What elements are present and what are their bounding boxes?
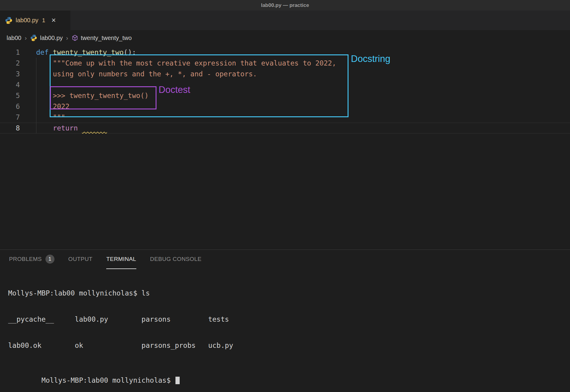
code-text bbox=[20, 79, 36, 90]
breadcrumb-folder[interactable]: lab00 bbox=[7, 35, 21, 41]
terminal-line: lab00.ok ok parsons_probs ucb.py bbox=[8, 341, 570, 350]
code-line-1[interactable]: 1 def twenty_twenty_two(): bbox=[0, 47, 570, 58]
vscode-window: lab00.py — practice lab00.py 1 ✕ lab00 ›… bbox=[0, 0, 570, 392]
breadcrumb: lab00 › lab00.py › twenty_twenty_two bbox=[0, 30, 570, 46]
panel-tab-bar: PROBLEMS 1 OUTPUT TERMINAL DEBUG CONSOLE bbox=[0, 250, 570, 269]
line-number: 1 bbox=[0, 47, 20, 58]
tab-problems[interactable]: PROBLEMS 1 bbox=[9, 250, 54, 269]
tab-terminal-label: TERMINAL bbox=[106, 256, 136, 262]
code-line-2[interactable]: 2 """Come up with the most creative expr… bbox=[0, 58, 570, 69]
breadcrumb-symbol[interactable]: twenty_twenty_two bbox=[81, 35, 132, 41]
line-number: 8 bbox=[0, 123, 20, 133]
terminal-cursor bbox=[175, 377, 180, 384]
line-number: 6 bbox=[0, 101, 20, 112]
code-text: >>> twenty_twenty_two() bbox=[20, 90, 149, 101]
code-text: def twenty_twenty_two(): bbox=[20, 47, 136, 58]
terminal[interactable]: Mollys-MBP:lab00 mollynicholas$ ls __pyc… bbox=[0, 269, 570, 392]
tab-label: lab00.py bbox=[16, 17, 39, 24]
line-number: 3 bbox=[0, 69, 20, 79]
tab-output-label: OUTPUT bbox=[68, 256, 93, 262]
code-line-5[interactable]: 5 >>> twenty_twenty_two() bbox=[0, 90, 570, 101]
code-line-8-current[interactable]: 8 return bbox=[0, 123, 570, 133]
code-line-4[interactable]: 4 bbox=[0, 79, 570, 90]
bottom-panel: PROBLEMS 1 OUTPUT TERMINAL DEBUG CONSOLE… bbox=[0, 250, 570, 392]
line-number: 2 bbox=[0, 58, 20, 69]
problems-count-badge: 1 bbox=[45, 255, 54, 264]
close-tab-icon[interactable]: ✕ bbox=[51, 17, 56, 24]
code-line-3[interactable]: 3 using only numbers and the +, *, and -… bbox=[0, 69, 570, 79]
code-text: """ bbox=[20, 112, 65, 123]
code-text: 2022 bbox=[20, 101, 70, 112]
tab-terminal[interactable]: TERMINAL bbox=[106, 250, 136, 269]
tab-debug-console[interactable]: DEBUG CONSOLE bbox=[150, 250, 202, 269]
line-number: 5 bbox=[0, 90, 20, 101]
tab-debug-console-label: DEBUG CONSOLE bbox=[150, 256, 202, 262]
tab-problems-label: PROBLEMS bbox=[9, 256, 42, 262]
title-bar: lab00.py — practice bbox=[0, 0, 570, 11]
line-number: 4 bbox=[0, 79, 20, 90]
terminal-prompt: Mollys-MBP:lab00 mollynicholas$ bbox=[42, 376, 175, 384]
terminal-line: Mollys-MBP:lab00 mollynicholas$ ls bbox=[8, 289, 570, 298]
chevron-right-icon: › bbox=[66, 34, 68, 41]
chevron-right-icon: › bbox=[25, 34, 27, 41]
code-text: """Come up with the most creative expres… bbox=[20, 58, 336, 69]
window-title: lab00.py — practice bbox=[261, 2, 309, 8]
code-editor[interactable]: 1 def twenty_twenty_two(): 2 """Come up … bbox=[0, 46, 570, 250]
python-icon bbox=[5, 17, 13, 24]
python-icon bbox=[30, 34, 37, 41]
indent-guide bbox=[36, 58, 36, 133]
breadcrumb-file[interactable]: lab00.py bbox=[40, 35, 63, 41]
tab-output[interactable]: OUTPUT bbox=[68, 250, 93, 269]
symbol-function-cube-icon bbox=[72, 35, 78, 41]
editor-tab-lab00[interactable]: lab00.py 1 ✕ bbox=[0, 11, 70, 30]
tab-bar: lab00.py 1 ✕ bbox=[0, 11, 570, 30]
code-line-7[interactable]: 7 """ bbox=[0, 112, 570, 123]
terminal-prompt-line: Mollys-MBP:lab00 mollynicholas$ bbox=[8, 367, 570, 392]
code-line-6[interactable]: 6 2022 bbox=[0, 101, 570, 112]
terminal-line: __pycache__ lab00.py parsons tests bbox=[8, 315, 570, 324]
code-text: return bbox=[20, 123, 107, 133]
modified-count-badge: 1 bbox=[42, 17, 45, 24]
line-number: 7 bbox=[0, 112, 20, 123]
code-text: using only numbers and the +, *, and - o… bbox=[20, 69, 257, 79]
